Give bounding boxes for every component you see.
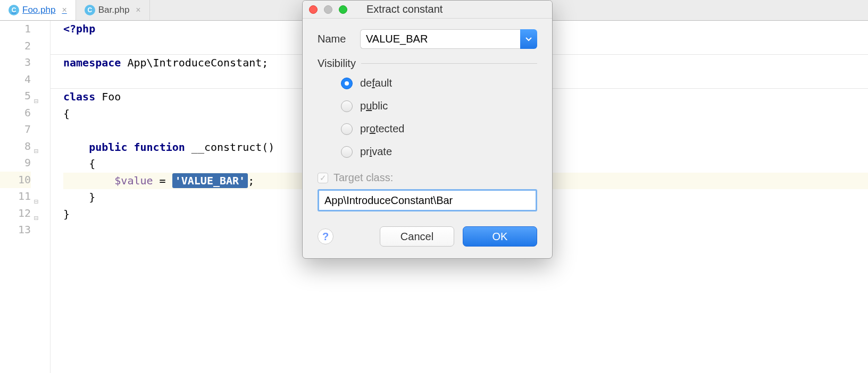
radio-protected[interactable]: protected xyxy=(341,123,537,135)
dialog-title: Extract constant xyxy=(347,3,546,15)
tab-label: Foo.php xyxy=(22,5,55,15)
gutter: 1 2 3 4 5⊟ 6 7 8⊟ 9 10 11⊟ 12⊟ 13 xyxy=(0,21,51,373)
line-number: 7 xyxy=(0,121,31,138)
name-input[interactable] xyxy=(360,29,520,49)
close-window-icon[interactable] xyxy=(309,5,318,14)
radio-icon xyxy=(341,146,353,158)
tab-foo-php[interactable]: C Foo.php × xyxy=(0,0,76,20)
radio-icon xyxy=(341,78,353,89)
fold-icon[interactable]: ⊟ xyxy=(32,143,38,149)
radio-public[interactable]: public xyxy=(341,100,537,112)
radio-private[interactable]: private xyxy=(341,146,537,158)
line-number: 11⊟ xyxy=(0,188,31,205)
target-class-label: Target class: xyxy=(333,172,393,184)
ok-button[interactable]: OK xyxy=(463,226,537,247)
target-class-checkbox[interactable]: ✓ xyxy=(318,173,328,183)
radio-icon xyxy=(341,100,353,112)
class-icon: C xyxy=(85,5,95,15)
line-number: 12⊟ xyxy=(0,205,31,222)
line-number: 13 xyxy=(0,222,31,239)
zoom-window-icon[interactable] xyxy=(339,5,347,14)
target-class-input[interactable] xyxy=(318,189,537,211)
line-number: 5⊟ xyxy=(0,88,31,105)
traffic-lights xyxy=(309,5,347,14)
line-number: 9 xyxy=(0,155,31,172)
line-number: 3 xyxy=(0,54,31,71)
line-number: 8⊟ xyxy=(0,138,31,155)
minimize-window-icon[interactable] xyxy=(324,5,332,14)
line-number: 2 xyxy=(0,38,31,55)
class-icon: C xyxy=(9,5,19,15)
radio-default[interactable]: default xyxy=(341,77,537,89)
visibility-radio-group: default public protected private xyxy=(318,77,537,158)
visibility-label: Visibility xyxy=(318,57,356,70)
line-number: 1 xyxy=(0,21,31,38)
dropdown-icon[interactable] xyxy=(520,29,537,49)
tab-bar-php[interactable]: C Bar.php × xyxy=(76,0,150,20)
fold-icon[interactable]: ⊟ xyxy=(32,193,38,200)
help-button[interactable]: ? xyxy=(318,228,333,244)
line-number: 6 xyxy=(0,105,31,122)
fold-icon[interactable]: ⊟ xyxy=(32,210,38,216)
close-icon[interactable]: × xyxy=(62,5,66,15)
name-combobox[interactable] xyxy=(360,29,537,49)
name-label: Name xyxy=(318,33,350,45)
selected-string: 'VALUE_BAR' xyxy=(172,173,248,188)
tab-label: Bar.php xyxy=(98,5,130,15)
fold-icon[interactable]: ⊟ xyxy=(32,93,38,99)
close-icon[interactable]: × xyxy=(136,5,140,15)
line-number: 4 xyxy=(0,71,31,88)
radio-icon xyxy=(341,123,353,135)
extract-constant-dialog: Extract constant Name Visibility default xyxy=(302,0,553,259)
titlebar: Extract constant xyxy=(303,1,552,19)
cancel-button[interactable]: Cancel xyxy=(380,226,454,247)
line-number: 10 xyxy=(0,172,31,189)
